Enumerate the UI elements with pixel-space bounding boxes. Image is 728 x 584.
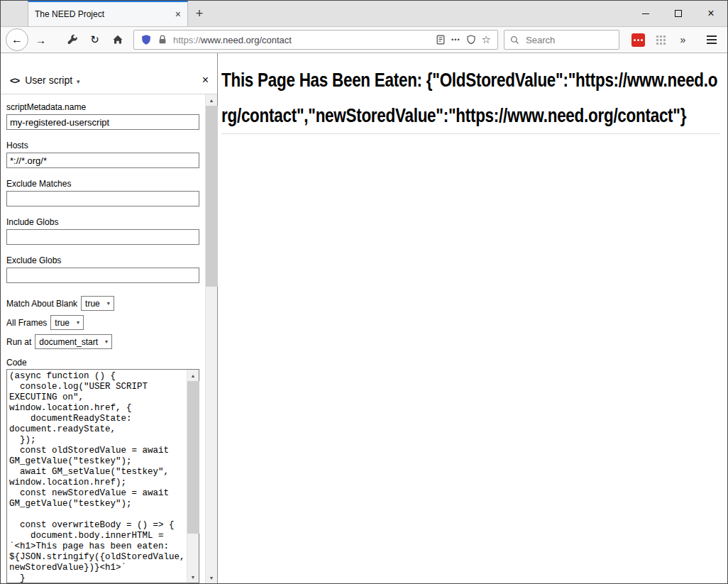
wrench-icon (67, 34, 78, 45)
search-box[interactable] (504, 30, 619, 50)
titlebar: The NEED Project × + × (1, 1, 727, 26)
scroll-down-icon[interactable]: ▼ (187, 571, 199, 583)
close-button[interactable]: × (695, 1, 727, 26)
select-arrow-icon: ▾ (105, 338, 108, 345)
page-actions-icon[interactable]: ••• (451, 36, 460, 43)
home-button[interactable] (107, 30, 128, 50)
tracking-protection-shield-icon[interactable] (140, 34, 152, 45)
userscript-form: scriptMetadata.name Hosts Exclude Matche… (1, 94, 205, 583)
minimize-icon (642, 13, 649, 14)
userscript-sidebar: <> User script ▾ × scriptMetadata.name H… (1, 53, 218, 583)
scroll-up-icon[interactable]: ▲ (187, 370, 199, 381)
tab-title: The NEED Project (35, 9, 170, 19)
scrollbar-thumb[interactable] (187, 381, 199, 534)
field-label-script-name: scriptMetadata.name (6, 102, 199, 112)
scrollbar-thumb[interactable] (206, 106, 218, 287)
url-text: https://www.need.org/contact (173, 35, 292, 45)
exclude-matches-input[interactable] (6, 191, 199, 206)
search-icon (509, 35, 520, 45)
window-controls: × (629, 1, 727, 26)
heading-divider (221, 133, 720, 134)
url-path: www.need.org/contact (201, 35, 292, 45)
match-about-blank-value: true (85, 299, 100, 309)
grid-icon (656, 35, 666, 45)
sidebar-scrollbar[interactable]: ▲ ▼ (205, 94, 217, 583)
url-scheme: https:// (173, 35, 201, 45)
hamburger-icon (707, 35, 717, 37)
tab-need-project[interactable]: The NEED Project × (28, 1, 188, 26)
exclude-globs-input[interactable] (6, 268, 199, 283)
include-globs-input[interactable] (6, 229, 199, 245)
reload-button[interactable]: ↻ (84, 30, 105, 50)
hamburger-icon (707, 39, 717, 40)
all-frames-label: All Frames (6, 318, 47, 328)
scroll-down-icon[interactable]: ▼ (206, 572, 218, 583)
home-icon (112, 34, 123, 45)
field-label-include-globs: Include Globs (6, 217, 199, 227)
all-frames-row: All Frames true ▾ (6, 315, 199, 330)
run-at-select[interactable]: document_start ▾ (35, 334, 112, 349)
dot-icon (637, 39, 639, 41)
select-arrow-icon: ▾ (107, 300, 110, 307)
hosts-input[interactable] (6, 153, 199, 168)
new-tab-button[interactable]: + (188, 1, 211, 26)
reader-mode-icon[interactable] (435, 34, 446, 45)
code-label: Code (6, 358, 199, 368)
match-about-blank-select[interactable]: true ▾ (81, 296, 114, 311)
field-label-exclude-matches: Exclude Matches (6, 179, 199, 189)
scroll-up-icon[interactable]: ▲ (206, 94, 218, 106)
menu-button[interactable] (701, 29, 722, 50)
extension-button-grid[interactable] (656, 35, 666, 45)
browser-window: The NEED Project × + × ← → ↻ https://www… (0, 0, 728, 584)
maximize-icon (675, 10, 682, 17)
bookmark-star-icon[interactable]: ☆ (482, 33, 491, 46)
script-name-input[interactable] (6, 114, 199, 130)
page-content: This Page Has Been Eaten: {"OldStoredVal… (218, 53, 727, 583)
maximize-button[interactable] (662, 1, 695, 26)
match-about-blank-row: Match About Blank true ▾ (6, 296, 199, 311)
all-frames-select[interactable]: true ▾ (50, 315, 84, 330)
back-button[interactable]: ← (6, 28, 28, 51)
close-icon: × (707, 8, 714, 19)
code-editor-box: (async function () { console.log("USER S… (6, 369, 199, 583)
tab-close-icon[interactable]: × (175, 9, 181, 20)
extension-button-red[interactable] (632, 33, 645, 47)
forward-button[interactable]: → (31, 30, 51, 50)
field-label-exclude-globs: Exclude Globs (6, 255, 199, 265)
content-area: <> User script ▾ × scriptMetadata.name H… (1, 53, 727, 583)
code-editor[interactable]: (async function () { console.log("USER S… (7, 370, 187, 583)
panel-selector[interactable]: User script ▾ (25, 75, 79, 86)
chevron-down-icon: ▾ (77, 78, 80, 85)
panel-title: User script (25, 75, 72, 86)
run-at-value: document_start (39, 337, 98, 347)
dot-icon (641, 39, 643, 41)
code-scrollbar[interactable]: ▲ ▼ (187, 370, 199, 583)
userscript-wrench-button[interactable] (62, 30, 82, 50)
eaten-page-heading: This Page Has Been Eaten: {"OldStoredVal… (221, 62, 720, 133)
navigation-toolbar: ← → ↻ https://www.need.org/contact ••• ☆… (1, 26, 727, 53)
hamburger-icon (707, 43, 717, 44)
search-input[interactable] (524, 34, 614, 46)
all-frames-value: true (55, 318, 70, 328)
lock-icon[interactable] (157, 34, 168, 45)
code-brackets-icon: <> (10, 75, 19, 86)
url-bar[interactable]: https://www.need.org/contact ••• ☆ (133, 30, 498, 50)
toolbar-overflow-button[interactable]: » (673, 30, 693, 50)
sidebar-close-button[interactable]: × (202, 75, 209, 86)
dot-icon (634, 39, 636, 41)
minimize-button[interactable] (629, 1, 662, 26)
run-at-label: Run at (6, 337, 31, 347)
field-label-hosts: Hosts (6, 141, 199, 150)
run-at-row: Run at document_start ▾ (6, 334, 199, 349)
sidebar-body: scriptMetadata.name Hosts Exclude Matche… (1, 94, 217, 583)
select-arrow-icon: ▾ (77, 319, 79, 326)
sidebar-header: <> User script ▾ × (1, 53, 217, 94)
match-about-blank-label: Match About Blank (6, 299, 77, 309)
shield-check-icon[interactable] (465, 34, 477, 45)
